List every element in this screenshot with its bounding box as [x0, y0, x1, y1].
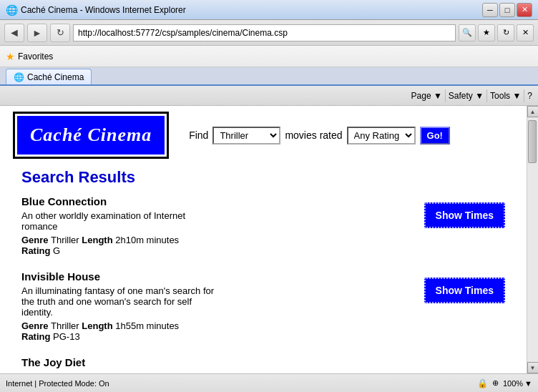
cinema-logo: Caché Cinema [14, 113, 167, 157]
movie-title-2: Invisible House [21, 270, 410, 283]
refresh-icon[interactable]: ↻ [497, 24, 514, 41]
partial-movie: The Joy Diet the [21, 356, 505, 373]
status-zone: Internet | Protected Mode: On [6, 379, 471, 388]
movie-title: Blue Connection [21, 195, 410, 207]
rated-label: movies rated [285, 129, 342, 141]
stop-icon[interactable]: ✕ [517, 24, 534, 41]
favorites-bar: ★ Favorites [0, 46, 538, 67]
window-controls: ─ □ ✕ [482, 3, 532, 17]
tab-label: Caché Cinema [27, 72, 84, 82]
results-title: Search Results [21, 168, 505, 187]
minimize-button[interactable]: ─ [482, 3, 498, 17]
star-icon: ★ [6, 51, 15, 62]
window-title: Caché Cinema - Windows Internet Explorer [21, 5, 482, 15]
address-bar: ◄ ► ↻ 🔍 ★ ↻ ✕ [0, 20, 538, 46]
movie-title-3: The Joy Diet [21, 356, 505, 368]
find-label: Find [189, 129, 208, 141]
movie-meta-2: Genre Thriller Length 1h55m minutes [21, 320, 410, 331]
close-button[interactable]: ✕ [517, 3, 532, 17]
movie-rating: Rating G [21, 245, 410, 256]
address-input[interactable] [73, 24, 456, 41]
find-form: Find Thriller Any Genre Action Comedy Dr… [189, 127, 450, 144]
maximize-button[interactable]: □ [499, 3, 515, 17]
refresh-button[interactable]: ↻ [50, 24, 70, 42]
favorites-label: Favorites [18, 52, 53, 62]
movie-entry-inner-2: Invisible House An illuminating fantasy … [21, 270, 505, 342]
show-times-button-2[interactable]: Show Times [424, 278, 505, 303]
movie-meta: Genre Thriller Length 2h10m minutes [21, 235, 410, 245]
zoom-button[interactable]: 100% ▼ [503, 379, 532, 388]
page-menu[interactable]: Page ▼ [411, 91, 442, 101]
title-bar: 🌐 Caché Cinema - Windows Internet Explor… [0, 0, 538, 20]
movie-desc-3: the [21, 371, 222, 373]
help-menu[interactable]: ? [527, 91, 532, 101]
favorites-icon[interactable]: ★ [478, 24, 495, 41]
scrollbar: ▲ ▼ [527, 106, 538, 373]
status-text: Internet | Protected Mode: On [6, 379, 109, 388]
scroll-track[interactable] [527, 117, 538, 362]
address-icons: 🔍 ★ ↻ ✕ [459, 24, 534, 41]
browser-content: Caché Cinema Find Thriller Any Genre Act… [0, 106, 538, 373]
cinema-page: Caché Cinema Find Thriller Any Genre Act… [0, 106, 527, 373]
tools-menu[interactable]: Tools ▼ [490, 91, 521, 101]
movie-entry-2: Invisible House An illuminating fantasy … [21, 270, 505, 342]
tab-icon: 🌐 [14, 72, 24, 82]
chevron-down-icon: ▼ [524, 379, 532, 388]
page-content: Caché Cinema Find Thriller Any Genre Act… [0, 106, 527, 373]
tab-cache-cinema[interactable]: 🌐 Caché Cinema [6, 69, 92, 84]
safety-menu[interactable]: Safety ▼ [449, 91, 484, 101]
go-button[interactable]: Go! [420, 127, 450, 144]
tab-bar: 🌐 Caché Cinema [0, 67, 538, 86]
cinema-header: Caché Cinema Find Thriller Any Genre Act… [14, 113, 512, 157]
movie-desc-2: An illuminating fantasy of one man's sea… [21, 285, 222, 318]
separator2 [486, 89, 487, 102]
status-right: 🔒 ⊕ 100% ▼ [477, 378, 532, 388]
show-times-button-1[interactable]: Show Times [424, 202, 505, 228]
movie-desc: An other worldly examination of Internet… [21, 210, 222, 232]
search-icon[interactable]: 🔍 [459, 24, 476, 41]
movie-entry-inner: Blue Connection An other worldly examina… [21, 195, 505, 256]
forward-button[interactable]: ► [27, 24, 47, 42]
favorites-button[interactable]: ★ Favorites [6, 51, 53, 62]
search-results: Search Results Blue Connection An other … [14, 168, 512, 373]
ie-icon: 🌐 [6, 4, 18, 16]
separator [445, 89, 446, 102]
back-button[interactable]: ◄ [4, 24, 24, 42]
movie-info-2: Invisible House An illuminating fantasy … [21, 270, 410, 342]
status-bar: Internet | Protected Mode: On 🔒 ⊕ 100% ▼ [0, 373, 538, 392]
movie-entry: Blue Connection An other worldly examina… [21, 195, 505, 256]
scroll-down-button[interactable]: ▼ [527, 362, 539, 373]
genre-select[interactable]: Thriller Any Genre Action Comedy Drama H… [212, 127, 280, 144]
ie-toolbar: Page ▼ Safety ▼ Tools ▼ ? [0, 86, 538, 106]
movie-rating-2: Rating PG-13 [21, 331, 410, 342]
movie-info: Blue Connection An other worldly examina… [21, 195, 410, 256]
rating-select[interactable]: Any Rating G PG PG-13 R NC-17 [347, 127, 416, 144]
separator3 [524, 89, 524, 102]
scroll-thumb[interactable] [528, 120, 537, 163]
zoom-level: ⊕ [492, 378, 499, 388]
lock-icon: 🔒 [477, 378, 488, 388]
scroll-up-button[interactable]: ▲ [527, 106, 539, 117]
